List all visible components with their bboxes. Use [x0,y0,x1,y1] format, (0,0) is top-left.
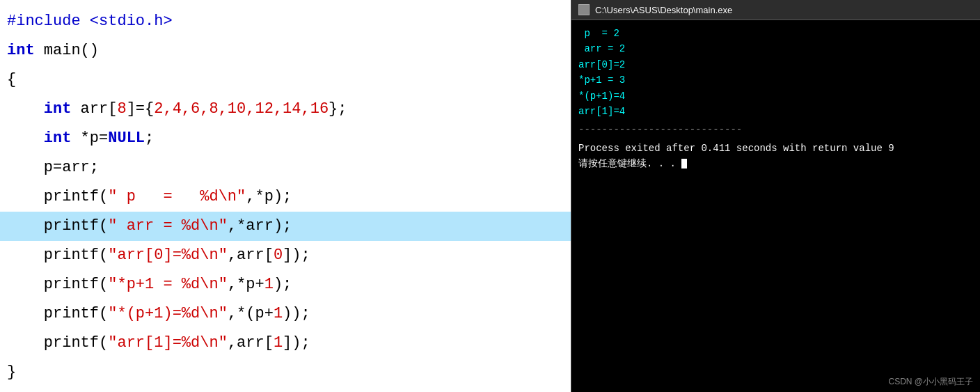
line-main: int main() [0,36,571,65]
terminal-output-line: arr = 2 [578,41,973,56]
line-arr-decl: int arr[8]={2,4,6,8,10,12,14,16}; [0,95,571,124]
line-brace-close: } [0,358,571,387]
terminal-separator: ---------------------------- [578,122,973,137]
line-printf5: printf("*(p+1)=%d\n",*(p+1)); [0,299,571,329]
line-printf4: printf("*p+1 = %d\n",*p+1); [0,270,571,299]
terminal-titlebar: C:\Users\ASUS\Desktop\main.exe [571,0,980,20]
line-assign: p=arr; [0,153,571,182]
terminal-prompt-line: 请按任意键继续. . . [578,156,973,171]
terminal-output-line: *p+1 = 3 [578,72,973,88]
terminal-title: C:\Users\ASUS\Desktop\main.exe [595,5,732,15]
line-printf6: printf("arr[1]=%d\n",arr[1]); [0,329,571,358]
terminal-footer: CSDN @小小黑码王子 [571,373,980,392]
line-printf2: printf(" arr = %d\n",*arr); [0,212,571,241]
line-printf1: printf(" p = %d\n",*p); [0,182,571,212]
terminal-output-line: arr[1]=4 [578,104,973,119]
line-include: #include <stdio.h> [0,7,571,36]
terminal-process-line: Process exited after 0.411 seconds with … [578,141,973,156]
line-brace-open: { [0,65,571,95]
line-ptr-decl: int *p=NULL; [0,124,571,153]
terminal-icon [578,4,590,15]
terminal-body: p = 2 arr = 2arr[0]=2*p+1 = 3*(p+1)=4arr… [571,20,980,373]
code-editor: #include <stdio.h>int main(){ int arr[8]… [0,0,571,392]
terminal-panel: C:\Users\ASUS\Desktop\main.exe p = 2 arr… [571,0,980,392]
terminal-output-line: p = 2 [578,26,973,41]
terminal-cursor [681,159,687,168]
terminal-output-line: arr[0]=2 [578,57,973,72]
terminal-output-line: *(p+1)=4 [578,88,973,104]
line-printf3: printf("arr[0]=%d\n",arr[0]); [0,241,571,270]
